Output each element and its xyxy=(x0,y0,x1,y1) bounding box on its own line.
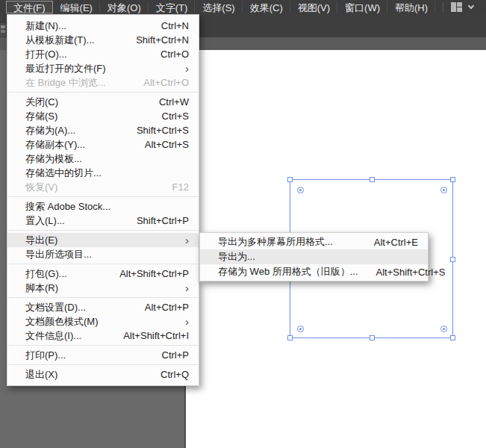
menu-item-label: 关闭(C) xyxy=(25,96,141,109)
submenu-arrow-icon: › xyxy=(185,284,189,293)
menu-item[interactable]: 存储(S)Ctrl+S xyxy=(7,109,199,123)
menu-item[interactable]: 导出为多种屏幕所用格式...Alt+Ctrl+E xyxy=(200,234,428,249)
menu-separator xyxy=(7,230,199,231)
corner-radius-widget-top-right[interactable] xyxy=(440,187,447,193)
menu-item[interactable]: 退出(X)Ctrl+Q xyxy=(7,367,199,382)
menu-item-shortcut: Shift+Ctrl+P xyxy=(137,215,189,226)
menu-item-shortcut: F12 xyxy=(172,181,189,193)
selection-handle-top-right[interactable] xyxy=(450,177,455,182)
menubar-item[interactable]: 帮助(H) xyxy=(387,1,435,13)
menu-item[interactable]: 置入(L)...Shift+Ctrl+P xyxy=(7,214,199,228)
menubar-item[interactable]: 文件(F) xyxy=(6,1,53,13)
menu-item-label: 存储为(A)... xyxy=(25,124,119,137)
menubar-item[interactable]: 窗口(W) xyxy=(337,1,387,13)
menu-item-label: 存储选中的切片... xyxy=(25,167,189,180)
menu-item-label: 存储副本(Y)... xyxy=(25,138,127,152)
menu-item[interactable]: 搜索 Adobe Stock... xyxy=(7,199,199,214)
menu-item-label: 导出(E) xyxy=(25,234,167,247)
menu-item-label: 从模板新建(T)... xyxy=(25,34,118,47)
corner-radius-widget-top-left[interactable] xyxy=(297,187,304,193)
menu-item[interactable]: 打开(O)...Ctrl+O xyxy=(7,47,199,61)
menu-item[interactable]: 恢复(V)F12 xyxy=(7,180,199,194)
menu-item-shortcut: Shift+Ctrl+N xyxy=(136,34,189,46)
menubar-item[interactable]: 文字(T) xyxy=(149,1,196,13)
menu-item-shortcut: Alt+Shift+Ctrl+P xyxy=(119,268,189,279)
corner-radius-widget-bottom-right[interactable] xyxy=(440,326,447,332)
menu-item-label: 文件信息(I)... xyxy=(25,329,105,343)
menu-separator xyxy=(7,345,199,346)
selection-handle-mid-right[interactable] xyxy=(450,257,455,262)
menubar-item[interactable]: 对象(O) xyxy=(100,1,149,13)
menu-item-shortcut: Alt+Shift+Ctrl+S xyxy=(376,267,446,278)
submenu-arrow-icon: › xyxy=(185,236,189,245)
menu-item-label: 文档颜色模式(M) xyxy=(25,315,167,329)
menu-item-label: 置入(L)... xyxy=(25,214,119,228)
selection-handle-bottom-left[interactable] xyxy=(287,335,293,340)
menu-item[interactable]: 在 Bridge 中浏览...Alt+Ctrl+O xyxy=(7,75,199,90)
submenu-arrow-icon: › xyxy=(185,317,189,326)
menubar-item[interactable]: 视图(V) xyxy=(290,1,337,13)
menu-item[interactable]: 打印(P)...Ctrl+P xyxy=(7,348,199,362)
menu-item[interactable]: 导出(E)› xyxy=(7,233,199,247)
illustrator-window: 文件(F)编辑(E)对象(O)文字(T)选择(S)效果(C)视图(V)窗口(W)… xyxy=(0,0,486,448)
menu-item[interactable]: 脚本(R)› xyxy=(7,281,199,295)
menu-item-shortcut: Ctrl+O xyxy=(161,49,189,60)
menu-item-label: 存储为模板... xyxy=(25,152,189,166)
menu-item-shortcut: Alt+Shift+Ctrl+I xyxy=(123,330,189,341)
menu-item[interactable]: 关闭(C)Ctrl+W xyxy=(7,95,199,109)
menu-item-label: 在 Bridge 中浏览... xyxy=(25,76,125,90)
menu-item[interactable]: 新建(N)...Ctrl+N xyxy=(7,19,199,33)
selection-handle-top-left[interactable] xyxy=(287,177,293,182)
menu-item-shortcut: Alt+Ctrl+E xyxy=(374,237,418,248)
menu-item-label: 新建(N)... xyxy=(25,19,143,33)
menu-item-shortcut: Ctrl+Q xyxy=(161,369,189,380)
menu-item-shortcut: Ctrl+P xyxy=(162,349,189,361)
menu-item-label: 导出为多种屏幕所用格式... xyxy=(218,235,356,249)
menu-item[interactable]: 文档颜色模式(M)› xyxy=(7,314,199,329)
menu-item[interactable]: 存储为 Web 所用格式（旧版）...Alt+Shift+Ctrl+S xyxy=(200,264,428,279)
menu-item[interactable]: 最近打开的文件(F)› xyxy=(7,61,199,75)
file-menu-dropdown: 新建(N)...Ctrl+N从模板新建(T)...Shift+Ctrl+N打开(… xyxy=(7,14,199,386)
menu-item-label: 脚本(R) xyxy=(25,281,167,295)
chevron-down-icon xyxy=(468,3,474,9)
corner-radius-widget-bottom-left[interactable] xyxy=(297,326,304,332)
menu-item-label: 导出所选项目... xyxy=(25,248,189,261)
menu-item-label: 打开(O)... xyxy=(25,48,143,61)
menubar-item[interactable]: 选择(S) xyxy=(195,1,242,13)
menu-item[interactable]: 文档设置(D)...Alt+Ctrl+P xyxy=(7,300,199,314)
menu-item-label: 文档设置(D)... xyxy=(25,301,127,314)
menu-item-shortcut: Alt+Ctrl+S xyxy=(145,139,189,150)
menu-item-label: 搜索 Adobe Stock... xyxy=(25,200,189,214)
selection-handle-top-mid[interactable] xyxy=(370,177,375,182)
menu-item-shortcut: Ctrl+W xyxy=(159,96,189,108)
menu-item-shortcut: Alt+Ctrl+P xyxy=(145,302,189,313)
menu-item-shortcut: Ctrl+N xyxy=(161,20,189,31)
menu-item-label: 打印(P)... xyxy=(25,349,144,362)
export-submenu: 导出为多种屏幕所用格式...Alt+Ctrl+E导出为...存储为 Web 所用… xyxy=(199,232,429,281)
menu-item[interactable]: 导出为... xyxy=(200,249,428,264)
menu-item[interactable]: 存储为模板... xyxy=(7,152,199,166)
menu-item[interactable]: 存储副本(Y)...Alt+Ctrl+S xyxy=(7,137,199,152)
selection-handle-bottom-mid[interactable] xyxy=(370,335,375,340)
menu-item[interactable]: 存储选中的切片... xyxy=(7,166,199,180)
menu-separator xyxy=(7,264,199,264)
selection-handle-bottom-right[interactable] xyxy=(450,335,455,340)
menu-item-label: 退出(X) xyxy=(25,368,143,382)
menubar-item[interactable]: 效果(C) xyxy=(243,1,290,13)
menu-item-label: 存储为 Web 所用格式（旧版）... xyxy=(218,265,358,279)
workspace-switcher-icon xyxy=(451,2,462,12)
menu-item-shortcut: Shift+Ctrl+S xyxy=(137,125,189,136)
menubar: 文件(F)编辑(E)对象(O)文字(T)选择(S)效果(C)视图(V)窗口(W)… xyxy=(0,0,486,14)
menu-item-label: 打包(G)... xyxy=(25,267,102,281)
menu-item[interactable]: 存储为(A)...Shift+Ctrl+S xyxy=(7,123,199,137)
menubar-item[interactable]: 编辑(E) xyxy=(53,1,100,13)
menu-item[interactable]: 打包(G)...Alt+Shift+Ctrl+P xyxy=(7,267,199,281)
menu-item[interactable]: 导出所选项目... xyxy=(7,247,199,261)
menu-item-label: 最近打开的文件(F) xyxy=(25,62,167,75)
menu-separator xyxy=(7,92,199,93)
menu-item[interactable]: 文件信息(I)...Alt+Shift+Ctrl+I xyxy=(7,329,199,343)
menu-item[interactable]: 从模板新建(T)...Shift+Ctrl+N xyxy=(7,33,199,47)
workspace-switcher[interactable] xyxy=(443,2,473,12)
menu-item-shortcut: Alt+Ctrl+O xyxy=(143,77,189,88)
menu-item-shortcut: Ctrl+S xyxy=(162,111,189,122)
